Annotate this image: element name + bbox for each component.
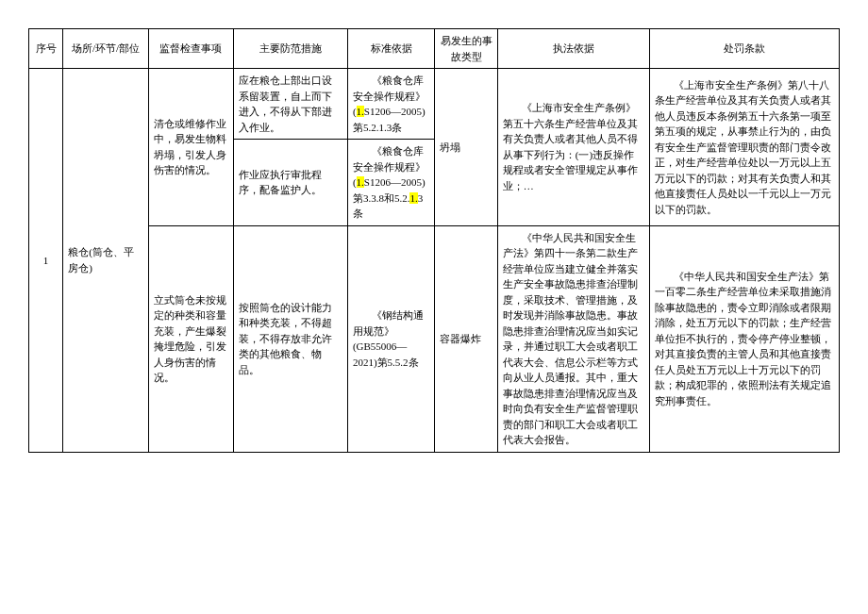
cell-penalty: 《中华人民共和国安全生产法》第一百零二条生产经营单位未采取措施消除事故隐患的，责… [649,225,839,452]
cell-inspection: 立式筒仓未按规定的种类和容量充装，产生爆裂掩埋危险，引发人身伤害的情况。 [148,225,234,452]
table-row: 1 粮仓(筒仓、平房仓) 清仓或维修作业中，易发生物料坍塌，引发人身伤害的情况。… [29,69,840,140]
cell-measure: 作业应执行审批程序，配备监护人。 [234,140,348,226]
cell-law: 《上海市安全生产条例》第五十六条生产经营单位及其有关负责人或者其他人员不得从事下… [497,69,649,226]
hdr-penalty: 处罚条款 [649,29,839,69]
law-text: 《中华人民共和国安全生产法》第四十一条第二款生产经营单位应当建立健全并落实生产安… [503,230,644,448]
basis-highlight: 1. [409,192,417,204]
hdr-inspection: 监督检查事项 [148,29,234,69]
cell-measure: 按照筒仓的设计能力和种类充装，不得超装，不得存放非允许类的其他粮食、物品。 [234,225,348,452]
cell-inspection: 清仓或维修作业中，易发生物料坍塌，引发人身伤害的情况。 [148,69,234,226]
hdr-accident: 易发生的事故类型 [435,29,497,69]
header-row: 序号 场所/环节/部位 监督检查事项 主要防范措施 标准依据 易发生的事故类型 … [29,29,840,69]
table-row: 立式筒仓未按规定的种类和容量充装，产生爆裂掩埋危险，引发人身伤害的情况。 按照筒… [29,225,840,452]
law-text: 《上海市安全生产条例》第五十六条生产经营单位及其有关负责人或者其他人员不得从事下… [503,100,644,193]
penalty-text: 《中华人民共和国安全生产法》第一百零二条生产经营单位未采取措施消除事故隐患的，责… [655,269,834,409]
basis-text: S1206—2005)第5.2.1.3条 [353,106,426,133]
cell-measure: 应在粮仓上部出口设系留装置，自上而下进入，不得从下部进入作业。 [234,69,348,140]
cell-place: 粮仓(筒仓、平房仓) [63,69,149,453]
cell-law: 《中华人民共和国安全生产法》第四十一条第二款生产经营单位应当建立健全并落实生产安… [497,225,649,452]
hdr-basis: 标准依据 [347,29,435,69]
cell-accident: 容器爆炸 [435,225,497,452]
hdr-law: 执法依据 [497,29,649,69]
hdr-measure: 主要防范措施 [234,29,348,69]
basis-highlight: 1. [357,106,364,117]
cell-basis: 《粮食仓库安全操作规程》(1.S1206—2005)第5.2.1.3条 [347,69,435,140]
basis-highlight: 1. [357,176,364,188]
cell-basis: 《钢结构通用规范》(GB55006—2021)第5.5.2条 [347,225,435,452]
cell-seq: 1 [29,69,63,453]
hdr-place: 场所/环节/部位 [63,29,149,69]
cell-penalty: 《上海市安全生产条例》第八十八条生产经营单位及其有关负责人或者其他人员违反本条例… [649,69,839,226]
basis-text: 《钢结构通用规范》(GB55006—2021)第5.5.2条 [353,307,430,370]
penalty-text: 《上海市安全生产条例》第八十八条生产经营单位及其有关负责人或者其他人员违反本条例… [655,77,834,218]
cell-accident: 坍塌 [435,69,497,226]
hdr-seq: 序号 [29,29,63,69]
cell-basis: 《粮食仓库安全操作规程》(1.S1206—2005)第3.3.8和5.2.1.3… [347,140,435,226]
regulation-table: 序号 场所/环节/部位 监督检查事项 主要防范措施 标准依据 易发生的事故类型 … [28,28,840,453]
